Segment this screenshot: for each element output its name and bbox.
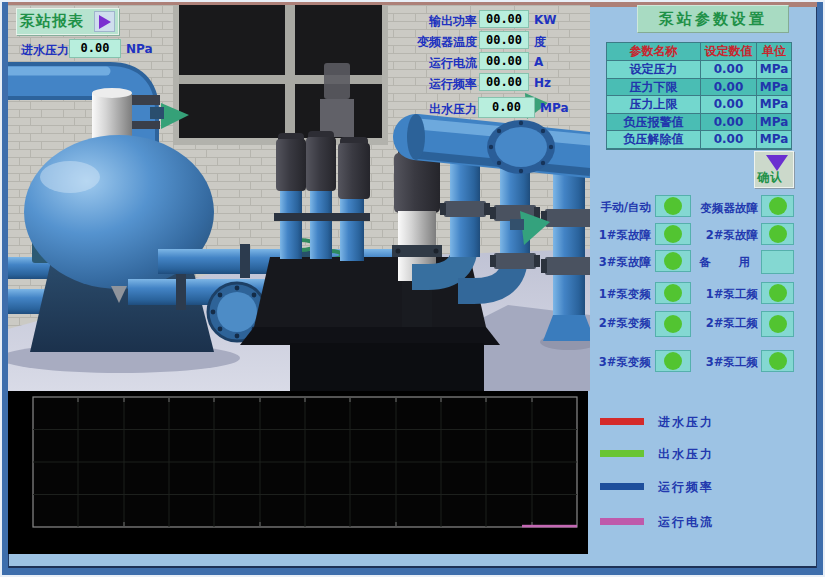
inlet-pressure-value: 0.00	[69, 39, 121, 58]
param-unit: MPa	[757, 96, 791, 114]
param-name: 压力下限	[607, 79, 701, 97]
status-lamp-pump1-mains	[761, 282, 794, 304]
lamp-dot	[664, 352, 682, 370]
legend-label-inlet: 进水压力	[658, 414, 714, 431]
run-current-unit: A	[534, 55, 543, 69]
param-value[interactable]: 0.00	[701, 61, 757, 79]
outlet-pressure-label: 出水压力	[405, 101, 477, 118]
trend-chart	[8, 391, 588, 554]
table-row: 负压报警值 0.00 MPa	[607, 114, 791, 132]
legend-swatch-inlet	[600, 418, 644, 425]
lamp-dot	[664, 284, 682, 302]
status-label-auto-manual: 手动/自动	[591, 200, 651, 215]
vfd-temp-value: 00.00	[479, 31, 529, 49]
legend-swatch-outlet	[600, 450, 644, 457]
param-value[interactable]: 0.00	[701, 131, 757, 149]
status-label-pump2-mains: 2#泵工频	[686, 316, 758, 331]
status-label-spare: 备 用	[686, 255, 758, 270]
settings-table: 参数名称 设定数值 单位 设定压力 0.00 MPa 压力下限 0.00 MPa…	[606, 42, 792, 150]
status-label-pump3-fault: 3#泵故障	[591, 255, 651, 270]
status-label-pump2-fault: 2#泵故障	[686, 228, 758, 243]
report-button-label: 泵站报表	[20, 12, 84, 31]
lamp-dot	[664, 197, 682, 215]
report-button[interactable]: 泵站报表	[16, 8, 119, 35]
lamp-dot	[664, 252, 682, 270]
screen-content: 泵站报表 进水压力 0.00 NPa 输出功率 00.00 KW 变频器温度 0…	[8, 2, 817, 568]
legend-swatch-freq	[600, 483, 644, 490]
lamp-dot	[769, 197, 787, 215]
status-label-pump1-mains: 1#泵工频	[686, 287, 758, 302]
status-lamp-pump2-fault	[761, 223, 794, 245]
legend-label-outlet: 出水压力	[658, 446, 714, 463]
settings-table-header: 参数名称 设定数值 单位	[607, 43, 791, 61]
lamp-dot	[664, 225, 682, 243]
inlet-pressure-label: 进水压力	[15, 42, 69, 59]
vfd-temp-label: 变频器温度	[405, 34, 477, 51]
param-unit: MPa	[757, 79, 791, 97]
status-label-pump2-vfd: 2#泵变频	[591, 316, 651, 331]
param-name: 负压解除值	[607, 131, 701, 149]
param-value[interactable]: 0.00	[701, 96, 757, 114]
run-freq-unit: Hz	[534, 76, 551, 90]
status-label-vfd-fault: 变频器故障	[686, 201, 758, 216]
lamp-dot	[769, 315, 787, 333]
table-row: 负压解除值 0.00 MPa	[607, 131, 791, 149]
window	[173, 5, 388, 145]
outlet-pressure-unit: MPa	[540, 101, 569, 115]
legend-label-current: 运行电流	[658, 514, 714, 531]
param-unit: MPa	[757, 114, 791, 132]
status-label-pump1-vfd: 1#泵变频	[591, 287, 651, 302]
status-lamp-spare	[761, 250, 794, 274]
param-value[interactable]: 0.00	[701, 114, 757, 132]
lamp-dot	[769, 284, 787, 302]
table-row: 压力上限 0.00 MPa	[607, 96, 791, 114]
param-name: 负压报警值	[607, 114, 701, 132]
param-name: 设定压力	[607, 61, 701, 79]
report-play-button[interactable]	[94, 11, 115, 32]
run-freq-value: 00.00	[479, 73, 529, 91]
col-set-value: 设定数值	[701, 43, 757, 61]
legend-label-freq: 运行频率	[658, 479, 714, 496]
confirm-button[interactable]: 确认	[754, 151, 794, 188]
confirm-label: 确认	[757, 169, 783, 186]
status-lamp-pump3-mains	[761, 350, 794, 372]
screen-frame: 泵站报表 进水压力 0.00 NPa 输出功率 00.00 KW 变频器温度 0…	[2, 2, 823, 575]
vfd-temp-unit: 度	[534, 34, 546, 51]
output-power-value: 00.00	[479, 10, 529, 28]
settings-panel-title: 泵站参数设置	[637, 5, 789, 33]
col-param-name: 参数名称	[607, 43, 701, 61]
lamp-dot	[664, 315, 682, 333]
output-power-label: 输出功率	[405, 13, 477, 30]
pump-motors	[274, 131, 370, 261]
param-name: 压力上限	[607, 96, 701, 114]
lamp-dot	[769, 352, 787, 370]
output-power-unit: KW	[534, 13, 557, 27]
lamp-dot	[769, 225, 787, 243]
inlet-pressure-unit: NPa	[126, 42, 153, 56]
run-freq-label: 运行频率	[405, 76, 477, 93]
window-reflection	[324, 63, 350, 99]
param-unit: MPa	[757, 131, 791, 149]
status-label-pump3-mains: 3#泵工频	[686, 355, 758, 370]
table-row: 压力下限 0.00 MPa	[607, 79, 791, 97]
run-current-label: 运行电流	[405, 55, 477, 72]
status-label-pump1-fault: 1#泵故障	[591, 228, 651, 243]
param-value[interactable]: 0.00	[701, 79, 757, 97]
param-unit: MPa	[757, 61, 791, 79]
header-flange	[487, 120, 555, 174]
status-lamp-vfd-fault	[761, 195, 794, 217]
outlet-pressure-value: 0.00	[478, 97, 535, 118]
hmi-screen: 泵站报表 进水压力 0.00 NPa 输出功率 00.00 KW 变频器温度 0…	[0, 0, 825, 577]
play-icon	[99, 15, 111, 29]
current-trace	[522, 525, 577, 528]
run-current-value: 00.00	[479, 52, 529, 70]
col-unit: 单位	[757, 43, 791, 61]
status-label-pump3-vfd: 3#泵变频	[591, 355, 651, 370]
status-lamp-pump2-mains	[761, 311, 794, 337]
legend-swatch-current	[600, 518, 644, 525]
table-row: 设定压力 0.00 MPa	[607, 61, 791, 79]
trend-chart-svg	[8, 391, 588, 554]
